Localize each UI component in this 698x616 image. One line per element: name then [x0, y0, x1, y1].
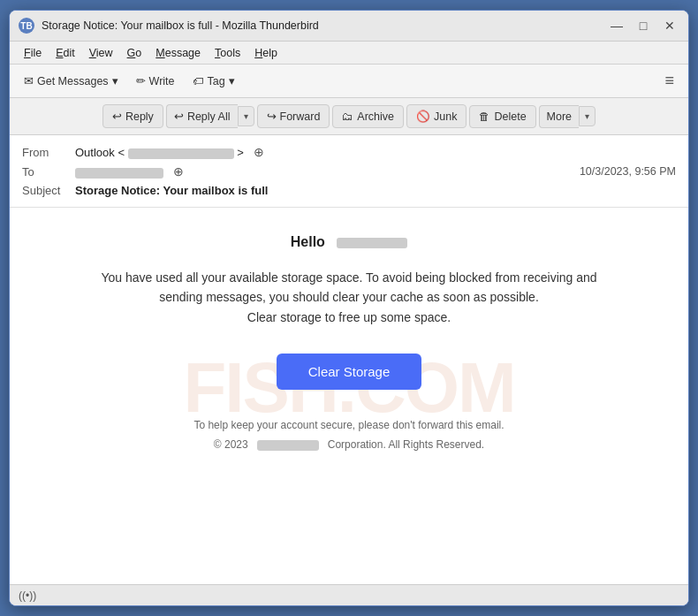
- delete-icon: 🗑: [479, 110, 490, 123]
- main-toolbar: ✉ Get Messages ▾ ✏ Write 🏷 Tag ▾ ≡: [10, 65, 688, 98]
- clear-storage-button[interactable]: Clear Storage: [277, 354, 422, 390]
- app-icon-text: TB: [20, 21, 32, 31]
- contact-icon: ⊕: [254, 145, 264, 159]
- from-label: From: [22, 146, 75, 159]
- email-footer: To help keep your account secure, please…: [45, 416, 653, 454]
- menu-edit[interactable]: Edit: [49, 45, 82, 61]
- statusbar: ((•)): [10, 584, 688, 605]
- actionbar: ↩ Reply ↩ Reply All ▾ ↪ Forward 🗂 Archiv…: [10, 98, 688, 135]
- menu-file[interactable]: File: [17, 45, 49, 61]
- reply-all-split: ↩ Reply All ▾: [166, 104, 254, 128]
- to-email-redacted: [75, 168, 163, 179]
- archive-icon: 🗂: [342, 110, 353, 123]
- menu-view[interactable]: View: [82, 45, 120, 61]
- to-row: To ⊕ 10/3/2023, 9:56 PM: [22, 162, 676, 181]
- more-button[interactable]: More: [539, 105, 579, 128]
- delete-label: Delete: [494, 110, 526, 123]
- reply-button[interactable]: ↩ Reply: [102, 104, 163, 128]
- subject-label: Subject: [22, 184, 75, 197]
- archive-button[interactable]: 🗂 Archive: [332, 105, 404, 128]
- footer-line1: To help keep your account secure, please…: [45, 416, 653, 436]
- tag-label: Tag: [208, 75, 225, 87]
- recipient-name-redacted: [337, 238, 407, 248]
- tag-arrow-icon: ▾: [229, 74, 235, 87]
- app-icon: TB: [19, 18, 34, 34]
- reply-label: Reply: [125, 110, 154, 123]
- menubar: File Edit View Go Message Tools Help: [10, 42, 688, 65]
- footer-line2: © 2023 Corporation. All Rights Reserved.: [45, 436, 653, 455]
- more-label: More: [547, 110, 572, 123]
- to-label: To: [22, 165, 75, 179]
- reply-all-button[interactable]: ↩ Reply All: [166, 104, 238, 128]
- subject-value: Storage Notice: Your mailbox is full: [75, 184, 676, 197]
- forward-label: Forward: [280, 110, 321, 123]
- write-label: Write: [149, 75, 175, 87]
- menu-message[interactable]: Message: [148, 45, 208, 61]
- from-email-redacted: [128, 148, 234, 159]
- maximize-button[interactable]: □: [634, 16, 653, 35]
- reply-all-label: Reply All: [187, 110, 231, 123]
- company-name-redacted: [257, 440, 319, 451]
- minimize-button[interactable]: —: [607, 16, 626, 35]
- junk-icon: 🚫: [416, 110, 430, 123]
- hamburger-menu-button[interactable]: ≡: [657, 68, 681, 94]
- write-button[interactable]: ✏ Write: [129, 71, 182, 91]
- from-value: Outlook < > ⊕: [75, 145, 676, 159]
- to-contact-icon: ⊕: [173, 164, 184, 179]
- email-content: Hello You have used all your available s…: [10, 208, 688, 481]
- email-date: 10/3/2023, 9:56 PM: [580, 165, 676, 178]
- delete-button[interactable]: 🗑 Delete: [469, 105, 535, 128]
- forward-icon: ↪: [267, 110, 277, 123]
- forward-button[interactable]: ↪ Forward: [257, 104, 330, 128]
- tag-button[interactable]: 🏷 Tag ▾: [186, 71, 242, 91]
- junk-button[interactable]: 🚫 Junk: [406, 104, 467, 128]
- write-icon: ✏: [136, 74, 146, 87]
- to-value: ⊕: [75, 164, 580, 179]
- from-row: From Outlook < > ⊕: [22, 142, 676, 162]
- window-title: Storage Notice: Your mailbox is full - M…: [42, 19, 607, 32]
- more-dropdown-button[interactable]: ▾: [579, 106, 596, 126]
- email-body-text: You have used all your available storage…: [45, 268, 653, 327]
- reply-icon: ↩: [112, 110, 122, 123]
- menu-tools[interactable]: Tools: [208, 45, 247, 61]
- connection-status-icon: ((•)): [19, 589, 36, 602]
- menu-go[interactable]: Go: [120, 45, 149, 61]
- window-controls: — □ ✕: [607, 16, 679, 35]
- subject-row: Subject Storage Notice: Your mailbox is …: [22, 181, 676, 200]
- titlebar: TB Storage Notice: Your mailbox is full …: [10, 11, 688, 42]
- email-header: From Outlook < > ⊕ To ⊕ 10/3/2023, 9:56 …: [10, 135, 688, 208]
- main-window: TB Storage Notice: Your mailbox is full …: [9, 10, 689, 606]
- get-messages-label: Get Messages: [37, 75, 109, 87]
- junk-label: Junk: [434, 110, 457, 123]
- email-body: FISH.COM Hello You have used all your av…: [10, 208, 688, 584]
- get-messages-arrow-icon: ▾: [112, 74, 118, 87]
- archive-label: Archive: [357, 110, 394, 123]
- more-split: More ▾: [539, 105, 596, 128]
- reply-all-dropdown-button[interactable]: ▾: [238, 106, 254, 126]
- get-messages-icon: ✉: [24, 74, 34, 87]
- tag-icon: 🏷: [193, 75, 204, 87]
- get-messages-button[interactable]: ✉ Get Messages ▾: [17, 71, 125, 91]
- close-button[interactable]: ✕: [660, 16, 679, 35]
- reply-all-icon: ↩: [174, 110, 184, 123]
- menu-help[interactable]: Help: [247, 45, 285, 61]
- email-greeting: Hello: [45, 234, 653, 250]
